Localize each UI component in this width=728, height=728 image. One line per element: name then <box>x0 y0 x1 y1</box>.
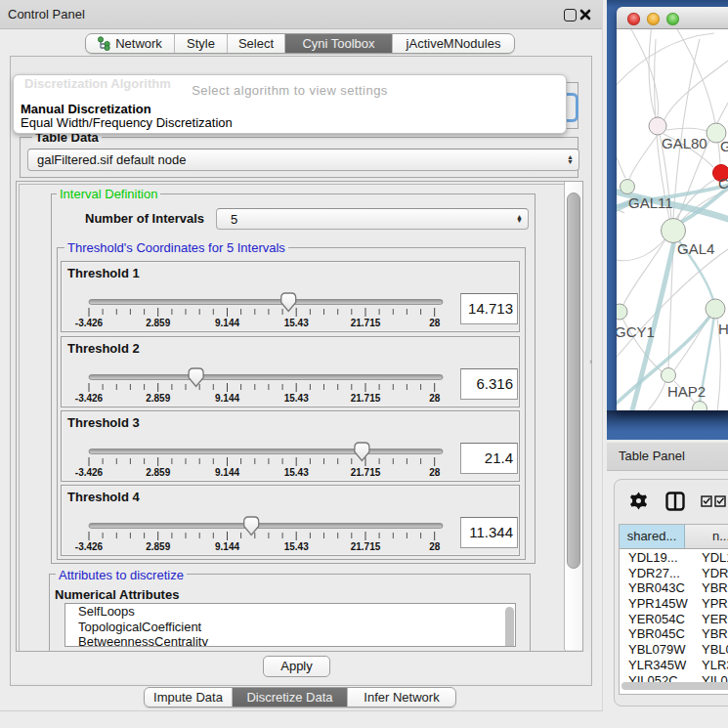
svg-text:21.715: 21.715 <box>351 318 381 328</box>
svg-text:HAP2: HAP2 <box>667 383 706 400</box>
svg-text:15.43: 15.43 <box>284 318 309 328</box>
svg-text:2.859: 2.859 <box>146 541 170 552</box>
svg-text:C: C <box>718 175 728 192</box>
svg-text:GCY1: GCY1 <box>617 323 655 340</box>
svg-text:28: 28 <box>429 541 441 552</box>
svg-text:28: 28 <box>429 393 441 404</box>
svg-text:-3.426: -3.426 <box>75 393 104 404</box>
svg-text:21.715: 21.715 <box>351 393 381 404</box>
svg-text:2.859: 2.859 <box>146 467 170 478</box>
svg-text:9.144: 9.144 <box>215 467 239 478</box>
svg-text:21.715: 21.715 <box>351 541 381 552</box>
svg-text:15.43: 15.43 <box>284 393 309 404</box>
svg-text:28: 28 <box>429 467 441 478</box>
svg-text:H: H <box>718 321 728 337</box>
svg-text:GAL11: GAL11 <box>628 194 673 211</box>
svg-text:2.859: 2.859 <box>146 393 170 404</box>
svg-text:-3.426: -3.426 <box>75 541 104 552</box>
svg-text:G: G <box>720 138 728 154</box>
svg-text:9.144: 9.144 <box>215 318 239 328</box>
svg-text:GAL80: GAL80 <box>662 135 707 151</box>
svg-text:21.715: 21.715 <box>351 467 381 478</box>
svg-text:15.43: 15.43 <box>284 467 309 478</box>
svg-text:-3.426: -3.426 <box>75 318 104 328</box>
svg-text:GAL4: GAL4 <box>677 240 714 257</box>
svg-text:28: 28 <box>429 318 441 328</box>
svg-text:-3.426: -3.426 <box>75 467 104 478</box>
svg-text:2.859: 2.859 <box>146 318 170 328</box>
svg-text:9.144: 9.144 <box>215 541 239 552</box>
svg-text:15.43: 15.43 <box>284 541 309 552</box>
svg-text:9.144: 9.144 <box>215 393 239 404</box>
